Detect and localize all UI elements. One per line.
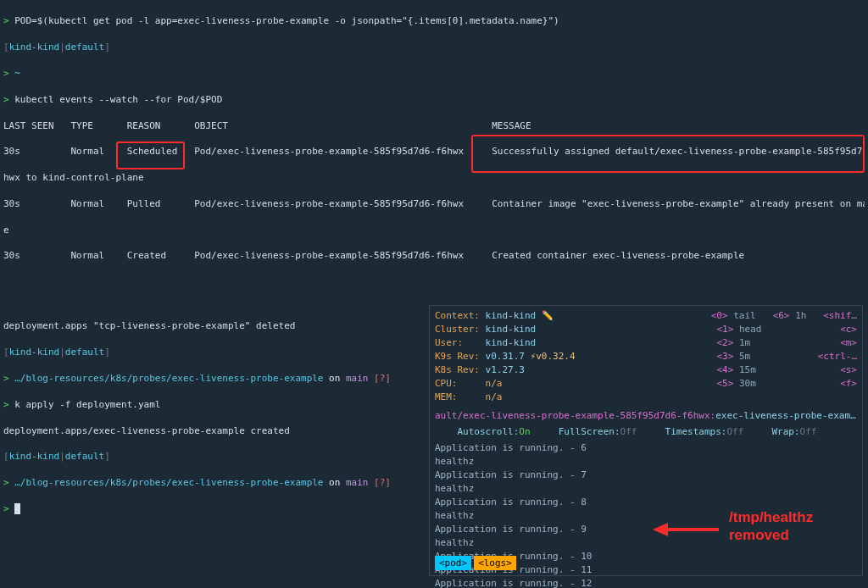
pod-assign-cmd: POD=$(kubectl get pod -l app=exec-livene…	[14, 15, 559, 26]
log-line: Application is running. - 12	[435, 577, 857, 588]
ctx-k: kind-kind	[9, 42, 60, 53]
events-header: LAST SEEN TYPE REASON OBJECT MESSAGE	[3, 120, 531, 131]
tilde: ~	[14, 68, 20, 79]
ctx-ns: default	[65, 42, 104, 53]
event-row: hwx to kind-control-plane	[3, 172, 144, 183]
deploy-deleted: deployment.apps "tcp-liveness-probe-exam…	[3, 320, 295, 331]
event-row: 30s Normal Scheduled Pod/exec-liveness-p…	[3, 146, 865, 157]
k9s-footer-tabs: <pod><logs>	[435, 556, 516, 570]
log-line: Application is running. - 6	[435, 441, 857, 455]
pencil-icon: ✏️	[542, 310, 554, 321]
prompt-caret: >	[3, 15, 14, 26]
event-row: 30s Normal Created Pod/exec-liveness-pro…	[3, 250, 744, 261]
k9s-breadcrumb: ault/exec-liveness-probe-example-585f95d…	[430, 408, 862, 424]
git-branch: main	[346, 373, 369, 384]
log-line: healthz	[435, 482, 857, 496]
shell-terminal-pane[interactable]: deployment.apps "tcp-liveness-probe-exam…	[3, 307, 427, 515]
apply-cmd: k apply -f deployment.yaml	[14, 399, 160, 410]
prompt-cursor[interactable]: >	[3, 503, 14, 514]
log-line: Application is running. - 7	[435, 469, 857, 482]
events-cmd: kubectl events --watch --for Pod/$POD	[14, 94, 222, 105]
annotation-text: /tmp/healthz removed	[729, 508, 813, 545]
k9s-header: Context: kind-kind ✏️ <0> tail <6> 1h <s…	[430, 306, 862, 408]
event-row: e	[3, 225, 9, 236]
event-row: 30s Normal Pulled Pod/exec-liveness-prob…	[3, 198, 865, 209]
deploy-created: deployment.apps/exec-liveness-probe-exam…	[3, 425, 290, 436]
ctx-open: [	[3, 42, 9, 53]
k9s-view-options: Autoscroll:On FullScreen:Off Timestamps:…	[430, 424, 862, 440]
events-terminal-pane[interactable]: > POD=$(kubectl get pod -l app=exec-live…	[3, 2, 865, 264]
logs-tab[interactable]: <logs>	[474, 556, 516, 570]
log-line: Application is running. - 8	[435, 496, 857, 509]
path: …/blog-resources/k8s/probes/	[14, 373, 171, 384]
pod-tab[interactable]: <pod>	[435, 556, 471, 570]
log-line: healthz	[435, 455, 857, 469]
